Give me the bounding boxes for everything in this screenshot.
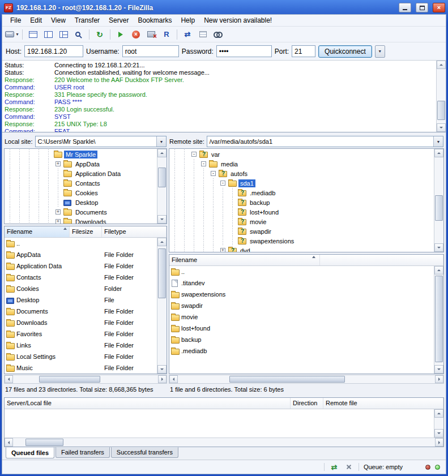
expand-icon[interactable] bbox=[53, 207, 63, 217]
scroll-right-button[interactable] bbox=[435, 375, 443, 383]
chevron-down-icon[interactable]: ▼ bbox=[156, 136, 166, 147]
scroll-up-button[interactable] bbox=[434, 409, 443, 418]
quickconnect-button[interactable]: Quickconnect bbox=[318, 45, 372, 58]
tree-item-mr-sparkle[interactable]: Mr Sparkle bbox=[5, 149, 156, 159]
tree-item-var[interactable]: var bbox=[170, 149, 433, 159]
remote-list-scrollbar[interactable] bbox=[434, 266, 443, 374]
scrollbar-thumb[interactable] bbox=[158, 248, 166, 298]
expand-icon[interactable] bbox=[53, 217, 63, 224]
find-files-button[interactable] bbox=[211, 28, 225, 41]
file-row[interactable]: swapdir bbox=[169, 300, 434, 311]
tree-item-cookies[interactable]: Cookies bbox=[5, 188, 156, 198]
file-row[interactable]: MusicFile Folder bbox=[5, 362, 157, 374]
file-row[interactable]: CookiesFolder bbox=[5, 283, 157, 294]
scrollbar-thumb[interactable] bbox=[229, 376, 345, 383]
file-row[interactable]: AppDataFile Folder bbox=[5, 249, 157, 260]
local-path-combo[interactable]: C:\Users\Mr Sparkle\▼ bbox=[35, 136, 167, 147]
file-row[interactable]: ContactsFile Folder bbox=[5, 272, 157, 283]
tree-item-appdata[interactable]: AppData bbox=[5, 159, 156, 169]
username-input[interactable] bbox=[122, 45, 179, 57]
tree-item-media[interactable]: media bbox=[170, 159, 433, 169]
scrollbar-thumb[interactable] bbox=[39, 376, 100, 383]
tree-item-movie[interactable]: movie bbox=[170, 217, 433, 226]
close-button[interactable]: × bbox=[433, 3, 445, 12]
tree-item-sda1[interactable]: sda1 bbox=[170, 178, 433, 188]
tree-item-documents[interactable]: Documents bbox=[5, 207, 156, 217]
file-row[interactable]: movie bbox=[169, 311, 434, 323]
toggle-message-log-button[interactable] bbox=[25, 28, 40, 41]
collapse-icon[interactable] bbox=[199, 159, 208, 169]
file-row[interactable]: lost+found bbox=[169, 323, 434, 334]
scroll-down-button[interactable] bbox=[434, 429, 443, 438]
expand-icon[interactable] bbox=[53, 159, 63, 169]
chevron-down-icon[interactable]: ▼ bbox=[433, 136, 443, 147]
scrollbar-thumb[interactable] bbox=[435, 195, 443, 221]
file-row[interactable]: DocumentsFile Folder bbox=[5, 306, 157, 317]
scroll-down-button[interactable] bbox=[157, 215, 167, 224]
menu-item-transfer[interactable]: Transfer bbox=[70, 15, 104, 25]
synchronized-browsing-icon[interactable]: ⇄ bbox=[329, 463, 339, 471]
tree-item-backup[interactable]: backup bbox=[170, 198, 433, 207]
refresh-button[interactable] bbox=[92, 28, 107, 41]
menu-item-help[interactable]: Help bbox=[176, 15, 199, 25]
host-input[interactable] bbox=[24, 45, 83, 57]
cancel-button[interactable] bbox=[129, 28, 143, 41]
file-row[interactable]: FavoritesFile Folder bbox=[5, 328, 157, 340]
scroll-up-button[interactable] bbox=[157, 238, 167, 246]
file-row[interactable]: Application DataFile Folder bbox=[5, 260, 157, 272]
synchronized-browsing-button[interactable] bbox=[195, 28, 210, 41]
tree-item-swapdir[interactable]: swapdir bbox=[170, 226, 433, 236]
scroll-up-button[interactable] bbox=[434, 149, 443, 157]
site-manager-button[interactable]: ▾ bbox=[5, 28, 19, 41]
port-input[interactable] bbox=[292, 45, 315, 57]
local-list-scrollbar[interactable] bbox=[157, 238, 167, 374]
maximize-button[interactable] bbox=[416, 3, 428, 12]
file-row[interactable]: .. bbox=[5, 238, 157, 249]
scroll-right-button[interactable] bbox=[158, 375, 167, 383]
tree-item-autofs[interactable]: autofs bbox=[170, 169, 433, 178]
scrollbar-thumb[interactable] bbox=[25, 439, 63, 446]
tab-successful-transfers[interactable]: Successful transfers bbox=[111, 447, 178, 458]
column-header-filesize[interactable]: Filesize bbox=[70, 226, 102, 237]
file-row[interactable]: DownloadsFile Folder bbox=[5, 317, 157, 328]
file-row[interactable]: swapextensions bbox=[169, 289, 434, 300]
quickconnect-dropdown-button[interactable]: ▼ bbox=[375, 45, 385, 58]
scrollbar-thumb[interactable] bbox=[158, 168, 166, 187]
menu-item-server[interactable]: Server bbox=[104, 15, 133, 25]
scroll-left-button[interactable] bbox=[5, 438, 13, 447]
column-header-filetype[interactable]: Filetype bbox=[102, 226, 167, 237]
directory-comparison-icon[interactable] bbox=[344, 463, 354, 471]
remote-tree-scrollbar[interactable] bbox=[434, 149, 443, 252]
menu-item-view[interactable]: View bbox=[46, 15, 70, 25]
column-header-server-local-file[interactable]: Server/Local file bbox=[5, 398, 291, 409]
tree-item-dvd[interactable]: dvd bbox=[170, 246, 433, 252]
disconnect-button[interactable] bbox=[144, 28, 159, 41]
scroll-down-button[interactable] bbox=[434, 365, 443, 374]
tree-item-application-data[interactable]: Application Data bbox=[5, 169, 156, 178]
file-row[interactable]: .mediadb bbox=[169, 345, 434, 357]
menu-item-new-version[interactable]: New version available! bbox=[199, 15, 276, 25]
column-header-filename[interactable]: Filename bbox=[169, 255, 443, 265]
tree-item-downloads[interactable]: Downloads bbox=[5, 217, 156, 224]
remote-horizontal-scrollbar[interactable] bbox=[169, 375, 444, 384]
collapse-icon[interactable] bbox=[189, 149, 199, 159]
queue-horizontal-scrollbar[interactable] bbox=[5, 438, 443, 447]
file-row[interactable]: DesktopFile bbox=[5, 294, 157, 306]
tab-failed-transfers[interactable]: Failed transfers bbox=[56, 447, 110, 458]
scroll-down-button[interactable] bbox=[437, 123, 446, 132]
scroll-up-button[interactable] bbox=[437, 61, 446, 69]
scroll-left-button[interactable] bbox=[5, 375, 13, 383]
remote-path-combo[interactable]: /var/media/autofs/sda1▼ bbox=[207, 136, 443, 147]
queue-vertical-scrollbar[interactable] bbox=[434, 409, 443, 438]
menu-item-edit[interactable]: Edit bbox=[25, 15, 46, 25]
reconnect-button[interactable] bbox=[159, 28, 174, 41]
column-header-filename[interactable]: Filename bbox=[5, 226, 70, 237]
tree-item-desktop[interactable]: Desktop bbox=[5, 198, 156, 207]
menu-item-bookmarks[interactable]: Bookmarks bbox=[133, 15, 176, 25]
toggle-local-tree-button[interactable] bbox=[41, 28, 56, 41]
file-row[interactable]: .titandev bbox=[169, 277, 434, 289]
tree-item-swapextensions[interactable]: swapextensions bbox=[170, 236, 433, 246]
collapse-icon[interactable] bbox=[208, 169, 218, 178]
menu-item-file[interactable]: File bbox=[6, 15, 25, 25]
tab-queued-files[interactable]: Queued files bbox=[6, 447, 54, 458]
